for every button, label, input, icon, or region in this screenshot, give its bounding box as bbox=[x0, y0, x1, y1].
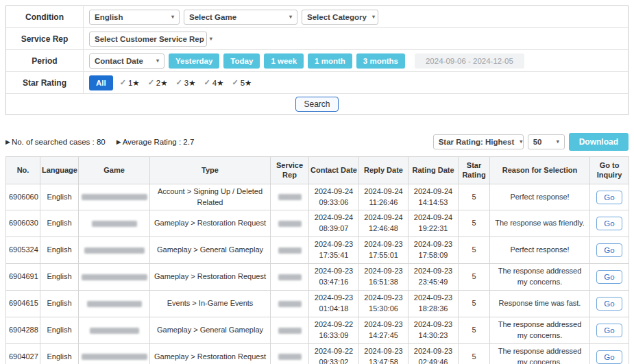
table-row: 6906060 English Account > Signing Up / D… bbox=[6, 184, 629, 210]
rating-date-line: 2024-09-23 bbox=[411, 346, 455, 357]
download-button[interactable]: Download bbox=[569, 133, 629, 151]
redacted-rep-name bbox=[278, 301, 302, 307]
cell-game bbox=[79, 343, 150, 364]
go-button[interactable]: Go bbox=[596, 243, 622, 257]
go-button[interactable]: Go bbox=[596, 297, 622, 311]
cell-reason: Response time was fast. bbox=[490, 291, 590, 317]
cell-rating-date: 2024-09-24 14:14:53 bbox=[409, 184, 459, 210]
cell-contact-date: 2024-09-23 03:47:16 bbox=[309, 264, 359, 291]
go-button[interactable]: Go bbox=[596, 270, 622, 284]
chevron-down-icon: ▾ bbox=[520, 139, 522, 145]
period-date-type-value: Contact Date bbox=[95, 57, 143, 65]
contact-date-line: 2024-09-23 bbox=[312, 293, 356, 304]
service-rep-controls: Select Customer Service Rep ▾ bbox=[84, 28, 628, 49]
period-date-type-select[interactable]: Contact Date ▾ bbox=[89, 53, 164, 69]
contact-date-line: 2024-09-22 bbox=[312, 346, 356, 357]
cell-reply-date: 2024-09-23 17:55:01 bbox=[359, 237, 409, 264]
cell-service-rep bbox=[271, 237, 309, 264]
cell-type: Gameplay > Restoration Request bbox=[150, 343, 271, 364]
star-3-label: 3★ bbox=[184, 78, 196, 88]
filter-row-service-rep: Service Rep Select Customer Service Rep … bbox=[6, 28, 628, 50]
period-1month-button[interactable]: 1 month bbox=[308, 53, 352, 69]
chevron-down-icon: ▾ bbox=[210, 36, 212, 42]
cell-go-to-inquiry: Go bbox=[590, 210, 629, 237]
star-1-checkbox[interactable]: ✓ 1★ bbox=[120, 78, 140, 88]
filter-row-condition: Condition English ▾ Select Game ▾ Select… bbox=[6, 6, 628, 28]
searched-cases-text: No. of searched cases : 80 bbox=[12, 138, 106, 146]
cell-service-rep bbox=[271, 343, 309, 364]
cell-go-to-inquiry: Go bbox=[590, 317, 629, 343]
redacted-game-name bbox=[82, 354, 147, 360]
star-2-checkbox[interactable]: ✓ 2★ bbox=[148, 78, 168, 88]
cell-game bbox=[79, 264, 150, 291]
table-row: 6906030 English Gameplay > Restoration R… bbox=[6, 210, 629, 237]
star-3-checkbox[interactable]: ✓ 3★ bbox=[176, 78, 196, 88]
cell-type: Account > Signing Up / Deleted Related bbox=[150, 184, 271, 210]
header-reply-date: Reply Date bbox=[359, 157, 409, 184]
cell-language: English bbox=[40, 343, 79, 364]
go-button[interactable]: Go bbox=[596, 324, 622, 337]
language-select[interactable]: English ▾ bbox=[89, 10, 180, 25]
results-controls: Star Rating: Highest ▾ 50 ▾ Download bbox=[433, 133, 629, 151]
cell-reason: The response addressed my concerns. bbox=[490, 317, 590, 343]
rating-time-line: 17:58:09 bbox=[411, 250, 455, 261]
header-go-to-inquiry: Go to Inquiry bbox=[590, 157, 629, 184]
contact-time-line: 01:04:18 bbox=[312, 304, 356, 315]
reply-time-line: 12:46:48 bbox=[362, 223, 405, 234]
reply-time-line: 11:26:46 bbox=[362, 197, 405, 208]
service-rep-select[interactable]: Select Customer Service Rep ▾ bbox=[89, 32, 207, 47]
reply-date-line: 2024-09-24 bbox=[362, 213, 405, 223]
check-icon: ✓ bbox=[204, 78, 210, 87]
category-select[interactable]: Select Category ▾ bbox=[302, 10, 378, 25]
period-label: Period bbox=[6, 50, 84, 71]
contact-date-line: 2024-09-24 bbox=[312, 186, 356, 197]
header-rating-date: Rating Date bbox=[409, 157, 459, 184]
chevron-down-icon: ▾ bbox=[372, 14, 375, 20]
contact-time-line: 16:33:09 bbox=[312, 330, 356, 341]
contact-time-line: 17:35:41 bbox=[312, 250, 356, 261]
header-contact-date: Contact Date bbox=[309, 157, 359, 184]
header-service-rep: Service Rep bbox=[271, 157, 309, 184]
star-checkbox-group: ✓ 1★ ✓ 2★ ✓ 3★ ✓ 4★ ✓ 5★ bbox=[120, 78, 252, 88]
game-select[interactable]: Select Game ▾ bbox=[184, 10, 297, 25]
period-yesterday-button[interactable]: Yesterday bbox=[169, 53, 219, 69]
page-size-select[interactable]: 50 ▾ bbox=[528, 134, 565, 149]
go-button[interactable]: Go bbox=[596, 350, 622, 364]
star-all-button[interactable]: All bbox=[89, 75, 113, 90]
category-select-value: Select Category bbox=[307, 13, 367, 21]
cell-go-to-inquiry: Go bbox=[590, 264, 629, 291]
cell-rating-date: 2024-09-23 23:45:49 bbox=[409, 264, 459, 291]
cell-no: 6904615 bbox=[6, 291, 40, 317]
rating-date-line: 2024-09-23 bbox=[411, 266, 455, 277]
star-5-checkbox[interactable]: ✓ 5★ bbox=[232, 78, 252, 88]
star-5-label: 5★ bbox=[241, 78, 252, 88]
star-rating-label: Star Rating bbox=[6, 72, 84, 93]
cell-no: 6904288 bbox=[6, 317, 40, 343]
cell-reply-date: 2024-09-23 16:51:38 bbox=[359, 264, 409, 291]
cell-language: English bbox=[40, 210, 79, 237]
period-3months-button[interactable]: 3 months bbox=[356, 53, 405, 69]
period-1week-button[interactable]: 1 week bbox=[264, 53, 304, 69]
cell-reason: The response addressed my concerns. bbox=[490, 343, 590, 364]
cell-type: Gameplay > Restoration Request bbox=[150, 210, 271, 237]
table-row: 6904288 English Gameplay > General Gamep… bbox=[6, 317, 629, 343]
contact-date-line: 2024-09-24 bbox=[312, 213, 356, 223]
cell-reason: Perfect response! bbox=[490, 237, 590, 264]
service-rep-select-value: Select Customer Service Rep bbox=[95, 35, 204, 43]
go-button[interactable]: Go bbox=[596, 191, 622, 204]
search-button[interactable]: Search bbox=[295, 97, 338, 112]
results-table: No. Language Game Type Service Rep Conta… bbox=[5, 156, 629, 364]
service-rep-label: Service Rep bbox=[6, 28, 84, 49]
date-range-display[interactable]: 2024-09-06 - 2024-12-05 bbox=[415, 53, 524, 69]
check-icon: ✓ bbox=[148, 78, 154, 87]
period-today-button[interactable]: Today bbox=[223, 53, 260, 69]
cell-star-rating: 5 bbox=[459, 184, 490, 210]
cell-no: 6904691 bbox=[6, 264, 40, 291]
cell-reply-date: 2024-09-23 14:27:45 bbox=[359, 317, 409, 343]
go-button[interactable]: Go bbox=[596, 217, 622, 230]
cell-contact-date: 2024-09-22 09:33:02 bbox=[309, 343, 359, 364]
cell-rating-date: 2024-09-23 18:28:36 bbox=[409, 291, 459, 317]
cell-rating-date: 2024-09-23 17:58:09 bbox=[409, 237, 459, 264]
star-4-checkbox[interactable]: ✓ 4★ bbox=[204, 78, 224, 88]
sort-select[interactable]: Star Rating: Highest ▾ bbox=[433, 134, 524, 149]
